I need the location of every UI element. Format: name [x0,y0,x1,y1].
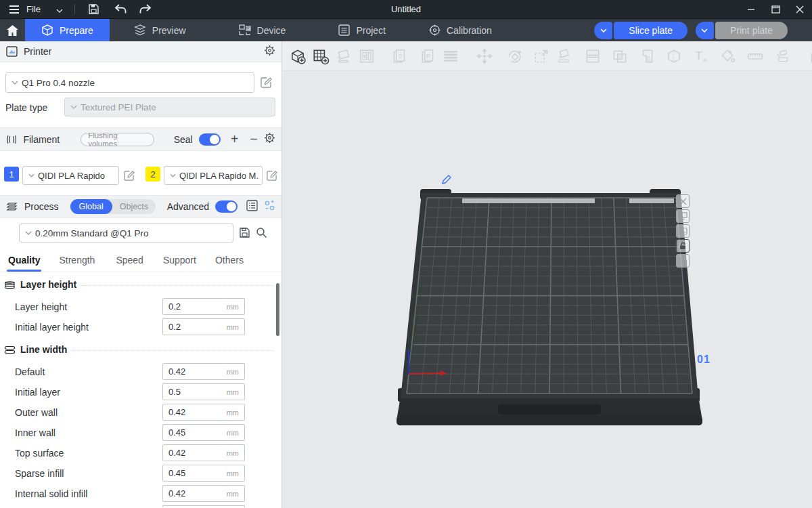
default-line-width-input[interactable]: 0.42mm [162,363,245,380]
sparse-infill-line-width-input[interactable]: 0.45mm [162,465,245,482]
add-object-icon[interactable] [289,47,307,65]
param-label: Internal solid infill [15,488,87,499]
compare-presets-icon[interactable] [264,200,275,214]
lock-plate-icon[interactable] [676,239,690,253]
minimize-button[interactable] [739,0,763,18]
tab-support[interactable]: Support [163,255,196,272]
filament-2-dropdown[interactable]: QIDI PLA Rapido M... [164,166,263,185]
doc-p-icon[interactable]: P [419,47,436,65]
mesh-boolean-icon[interactable] [611,47,629,65]
inner-wall-line-width-input[interactable]: 0.45mm [162,424,245,441]
sidebar-scrollbar[interactable] [276,283,279,336]
process-preset-dropdown[interactable]: 0.20mm Standard @Q1 Pro [19,224,233,242]
filament-header-label: Filament [23,134,60,145]
filament-1-badge[interactable]: 1 [4,167,19,182]
save-preset-icon[interactable] [239,227,250,241]
undo-icon[interactable] [113,2,128,17]
build-plate-scene[interactable] [283,41,812,508]
edit-printer-icon[interactable] [260,76,272,91]
redo-icon[interactable] [138,2,153,17]
param-label: Inner wall [15,427,55,438]
delete-plate-icon[interactable] [676,194,690,208]
top-surface-line-width-input[interactable]: 0.42mm [162,444,245,461]
split-layout-icon[interactable] [358,47,376,65]
preview-layers-icon [134,24,146,36]
add-filament-button[interactable]: + [231,131,239,147]
file-menu-chevron-icon[interactable] [56,3,63,16]
param-label: Sparse infill [15,468,64,479]
flushing-volumes-button[interactable]: Flushing volumes [81,133,154,146]
scale-icon[interactable] [533,47,550,65]
filament-2-badge[interactable]: 2 [145,167,160,182]
maximize-button[interactable] [763,0,788,18]
save-icon[interactable] [87,2,102,17]
seal-toggle[interactable] [199,133,221,146]
initial-layer-line-width-input[interactable]: 0.5mm [162,383,245,400]
tab-project[interactable]: Project [322,19,402,42]
printer-preset-dropdown[interactable]: Q1 Pro 0.4 nozzle [5,72,254,93]
tab-preview[interactable]: Preview [118,19,202,42]
slice-options-chevron[interactable] [594,22,612,39]
tab-strength[interactable]: Strength [59,255,95,272]
plate-name-icon[interactable] [676,224,690,238]
edit-filament-2-icon[interactable] [266,169,277,184]
remove-filament-button[interactable]: − [250,131,258,147]
seam-paint-icon[interactable] [773,47,791,65]
param-input-partial [162,505,245,508]
layer-height-icon [4,280,16,289]
tab-calibration[interactable]: Calibration [413,19,508,42]
tab-prepare[interactable]: Prepare [25,19,110,42]
arrange-plate-icon[interactable] [676,209,690,223]
global-objects-switch[interactable]: Global Objects [70,199,156,214]
viewport-3d[interactable]: 0 P Ta [283,41,812,508]
internal-solid-infill-line-width-input[interactable]: 0.42mm [162,485,245,502]
parameter-list-icon[interactable] [246,200,258,214]
cut-split-icon[interactable] [584,47,602,65]
x-axis-line [409,373,441,374]
color-paint-icon[interactable] [719,47,737,65]
print-plate-button[interactable]: Print plate [715,22,788,39]
measure-icon[interactable] [746,47,764,65]
object-list-icon[interactable] [442,47,459,65]
printer-header-label: Printer [24,46,51,57]
plate-edit-pencil-icon[interactable] [441,174,452,188]
advanced-toggle[interactable] [215,200,238,213]
slice-plate-button[interactable]: Slice plate [614,22,687,39]
tab-quality[interactable]: Quality [8,255,40,272]
plate-base-lip [397,416,702,425]
filament-settings-gear-icon[interactable] [264,132,275,146]
assembly-view-icon[interactable] [807,47,812,65]
lay-on-face-icon[interactable] [556,47,573,65]
edit-filament-1-icon[interactable] [123,169,135,184]
auto-arrange-icon[interactable] [335,47,353,65]
print-options-chevron[interactable] [696,22,714,39]
plate-type-dropdown[interactable]: Textured PEI Plate [64,98,275,117]
close-button[interactable] [788,0,812,18]
filament-1-dropdown[interactable]: QIDI PLA Rapido [22,166,119,185]
doc-zero-icon[interactable]: 0 [390,47,408,65]
tab-others[interactable]: Others [215,255,244,272]
file-menu[interactable]: File [26,4,41,14]
tab-speed[interactable]: Speed [116,255,143,272]
chevron-down-icon [12,81,18,85]
plate-type-label: Plate type [5,102,47,113]
search-preset-icon[interactable] [256,227,267,241]
cut-cube-icon[interactable] [665,47,683,65]
printer-settings-gear-icon[interactable] [264,45,275,59]
hamburger-menu-icon[interactable] [7,2,22,17]
rotate-icon[interactable] [505,47,523,65]
initial-layer-height-input[interactable]: 0.2mm [162,318,245,335]
segment-objects[interactable]: Objects [112,202,156,211]
move-icon[interactable] [476,47,493,65]
segment-global[interactable]: Global [70,199,112,214]
text-tool-icon[interactable]: Ta [692,47,710,65]
plate-settings-icon[interactable] [676,254,690,268]
outer-wall-line-width-input[interactable]: 0.42mm [162,404,245,421]
tab-device[interactable]: Device [223,19,302,42]
home-button[interactable] [0,19,25,42]
layer-height-input[interactable]: 0.2mm [162,298,245,315]
add-plate-icon[interactable] [312,47,330,65]
process-icon [6,201,18,212]
fill-wall-icon[interactable] [638,47,656,65]
plate-top-strip [629,198,674,203]
